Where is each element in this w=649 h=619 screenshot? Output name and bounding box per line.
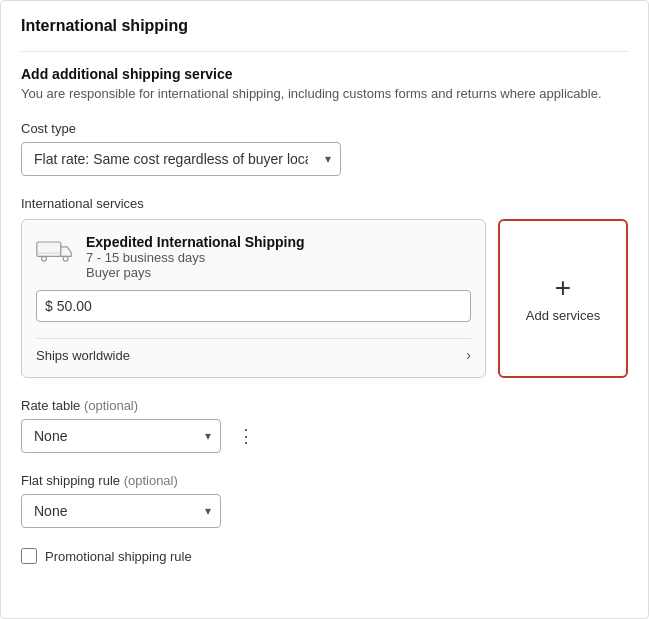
rate-table-block: Rate table (optional) None ▾ ⋮ [21, 398, 628, 453]
service-header: Expedited International Shipping 7 - 15 … [36, 234, 471, 280]
add-services-label: Add services [526, 308, 600, 323]
flat-shipping-optional: (optional) [124, 473, 178, 488]
ships-worldwide-chevron-right-icon: › [466, 347, 471, 363]
service-name: Expedited International Shipping [86, 234, 305, 250]
add-service-section: Add additional shipping service You are … [21, 66, 628, 101]
cost-type-select[interactable]: Flat rate: Same cost regardless of buyer… [21, 142, 341, 176]
service-buyer-pays: Buyer pays [86, 265, 305, 280]
service-card: Expedited International Shipping 7 - 15 … [21, 219, 486, 378]
international-shipping-panel: International shipping Add additional sh… [0, 0, 649, 619]
cost-type-block: Cost type Flat rate: Same cost regardles… [21, 121, 628, 176]
international-services-label: International services [21, 196, 628, 211]
svg-rect-0 [37, 242, 61, 256]
rate-table-optional: (optional) [84, 398, 138, 413]
add-service-description: You are responsible for international sh… [21, 86, 628, 101]
promotional-shipping-label[interactable]: Promotional shipping rule [45, 549, 192, 564]
add-service-heading: Add additional shipping service [21, 66, 628, 82]
flat-shipping-label: Flat shipping rule (optional) [21, 473, 628, 488]
international-services-block: International services [21, 196, 628, 378]
flat-shipping-select-wrapper: None ▾ [21, 494, 221, 528]
services-row: Expedited International Shipping 7 - 15 … [21, 219, 628, 378]
page-title: International shipping [21, 17, 628, 35]
three-dots-icon: ⋮ [237, 425, 256, 447]
title-divider [21, 51, 628, 52]
ships-worldwide-text: Ships worldwide [36, 348, 130, 363]
promotional-shipping-checkbox[interactable] [21, 548, 37, 564]
flat-shipping-select[interactable]: None [21, 494, 221, 528]
cost-type-label: Cost type [21, 121, 628, 136]
service-days: 7 - 15 business days [86, 250, 305, 265]
cost-type-select-wrapper: Flat rate: Same cost regardless of buyer… [21, 142, 341, 176]
svg-point-2 [63, 256, 68, 261]
price-input-wrapper: $ [36, 290, 471, 322]
flat-shipping-block: Flat shipping rule (optional) None ▾ [21, 473, 628, 528]
service-card-inner: Expedited International Shipping 7 - 15 … [36, 234, 471, 363]
promotional-shipping-row: Promotional shipping rule [21, 548, 628, 564]
ships-worldwide-row[interactable]: Ships worldwide › [36, 338, 471, 363]
add-services-button[interactable]: + Add services [498, 219, 628, 378]
plus-icon: + [555, 274, 571, 302]
rate-table-select-wrapper: None ▾ [21, 419, 221, 453]
currency-symbol: $ [45, 298, 53, 314]
rate-table-label: Rate table (optional) [21, 398, 628, 413]
rate-table-row: None ▾ ⋮ [21, 419, 628, 453]
svg-point-1 [42, 256, 47, 261]
truck-icon [36, 236, 76, 264]
rate-table-select[interactable]: None [21, 419, 221, 453]
rate-table-more-options-button[interactable]: ⋮ [231, 421, 262, 451]
price-input[interactable] [57, 291, 462, 321]
service-info: Expedited International Shipping 7 - 15 … [86, 234, 305, 280]
